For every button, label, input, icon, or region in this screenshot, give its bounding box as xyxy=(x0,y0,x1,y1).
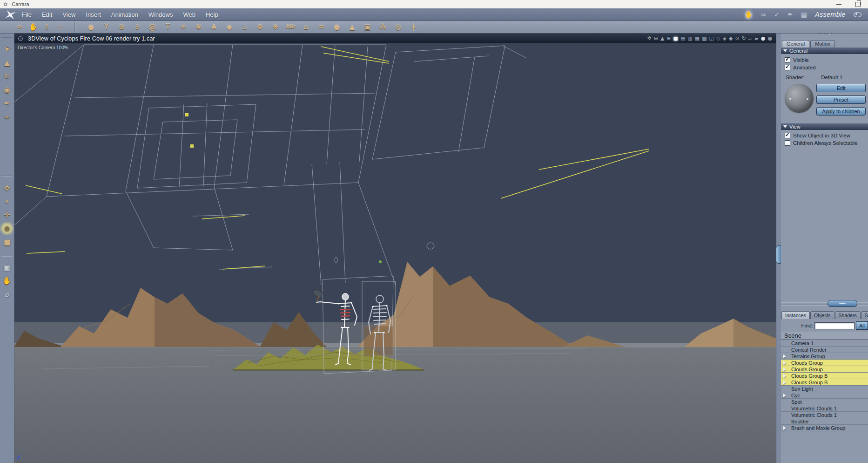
split-horizontal-layout-icon[interactable]: ▤ xyxy=(680,34,685,43)
cloud-object-icon[interactable]: ❁ xyxy=(255,21,265,33)
scene-list-item[interactable]: Clouds Group B xyxy=(781,379,868,386)
solid-cube-icon[interactable]: ▰ xyxy=(754,34,758,43)
checkbox[interactable] xyxy=(785,65,790,70)
menu-edit[interactable]: Edit xyxy=(37,11,57,18)
menu-file[interactable]: File xyxy=(17,11,37,18)
section-header-view[interactable]: View xyxy=(781,123,868,130)
menu-view[interactable]: View xyxy=(57,11,81,18)
disclosure-arrow-icon[interactable] xyxy=(783,426,786,430)
scene-list-item[interactable]: Clouds Group B xyxy=(781,373,868,379)
rotate-tool-icon[interactable]: ↻ xyxy=(0,69,14,83)
show-object-checkbox[interactable]: Show Object in 3D View xyxy=(785,132,858,138)
terrain-preview-icon[interactable]: ▲ xyxy=(660,34,664,43)
film-mode-icon[interactable]: ▤ xyxy=(801,8,807,20)
select-arrow-tool-icon[interactable]: ➤ xyxy=(0,42,14,56)
grid-4-layout-icon[interactable]: ▦ xyxy=(695,34,700,43)
tab-shaders[interactable]: Shaders xyxy=(835,311,861,319)
viewport-collapse-dot[interactable] xyxy=(18,36,23,41)
menu-web[interactable]: Web xyxy=(178,11,201,18)
single-pane-layout-icon[interactable]: ■ xyxy=(673,34,678,43)
tab-sounds[interactable]: Sounds xyxy=(861,311,868,319)
disclosure-arrow-icon[interactable] xyxy=(783,381,786,384)
disclosure-arrow-icon[interactable] xyxy=(783,354,786,358)
hierarchy-toggle-icon[interactable]: ⊟ xyxy=(654,34,658,43)
rock-object-icon[interactable]: ◆ xyxy=(224,21,234,33)
orbit-up-icon[interactable]: ⊙ xyxy=(735,34,739,43)
tab-general[interactable]: General xyxy=(782,40,809,48)
tab-motion[interactable]: Motion xyxy=(810,40,835,48)
vertex-object-icon[interactable]: Y xyxy=(101,21,111,33)
scene-list-item[interactable]: Camera 1 xyxy=(781,340,868,347)
camera-tool-icon[interactable]: ▣ xyxy=(0,260,14,274)
ring-disc-tool-icon[interactable]: ◉ xyxy=(0,83,14,96)
split-1-2-layout-icon[interactable]: ▥ xyxy=(687,34,692,43)
eye-icon[interactable] xyxy=(854,12,861,17)
bone-wrench-tool-icon[interactable]: ✑ xyxy=(15,21,25,33)
viewport-3d[interactable]: Director's Camera 100% xyxy=(14,43,776,463)
rotate-view-icon[interactable]: ↻ xyxy=(742,34,746,43)
pen-mode-icon[interactable]: ✒ xyxy=(787,8,793,20)
visible-checkbox[interactable]: Visible xyxy=(785,57,816,63)
scene-header[interactable]: Scene xyxy=(781,332,868,340)
checkbox[interactable] xyxy=(785,57,790,63)
scene-list-item[interactable]: Clouds Group xyxy=(781,366,868,373)
disclosure-arrow-icon[interactable] xyxy=(783,394,786,397)
shaded-sphere-dark-icon[interactable]: ● xyxy=(767,34,772,43)
pan-hand-icon[interactable]: ✋ xyxy=(745,8,753,20)
preset-button[interactable]: Preset xyxy=(816,95,866,104)
menu-help[interactable]: Help xyxy=(201,11,223,18)
shield-grid-view-icon[interactable]: ◇ xyxy=(716,34,720,43)
disclosure-arrow-icon[interactable] xyxy=(783,374,786,378)
spiral-object-icon[interactable]: @ xyxy=(148,21,157,33)
metaball-icon[interactable]: ❃ xyxy=(194,21,203,33)
shader-preview-sphere[interactable] xyxy=(785,84,814,113)
point-tool-icon[interactable]: ☞ xyxy=(55,21,65,33)
scene-list-item[interactable]: Volumetric Clouds 1 xyxy=(781,405,868,412)
tab-instances[interactable]: Instances xyxy=(781,311,810,319)
disclosure-arrow-icon[interactable] xyxy=(783,361,786,365)
animated-checkbox[interactable]: Animated xyxy=(785,64,816,70)
grid-4b-layout-icon[interactable]: ▩ xyxy=(702,34,707,43)
fountain-object-icon[interactable]: ❋ xyxy=(270,21,280,33)
gesture-tool-icon[interactable]: ✌ xyxy=(42,21,52,33)
apply-to-children-button[interactable]: Apply to children xyxy=(816,107,866,116)
scene-list-item[interactable]: Boulder xyxy=(781,418,868,425)
edit-button[interactable]: Edit xyxy=(816,84,866,92)
spotlight-object-icon[interactable]: ▲ xyxy=(347,21,357,33)
checkbox[interactable] xyxy=(785,140,790,146)
scene-list-item[interactable]: Brash and Moxie Group xyxy=(781,425,868,431)
tab-objects[interactable]: Objects xyxy=(810,311,834,319)
building-object-icon[interactable]: ⌂ xyxy=(301,21,311,33)
atmosphere-agr-icon[interactable]: AGr xyxy=(286,21,296,33)
pan-view-tool-icon[interactable]: ✋ xyxy=(0,274,14,287)
section-header-general[interactable]: General xyxy=(781,48,868,54)
wireframe-cube-icon[interactable]: ▱ xyxy=(748,34,752,43)
find-all-button[interactable]: All xyxy=(856,321,868,330)
minimize-button[interactable] xyxy=(836,4,841,5)
scene-list-item[interactable]: Terrains Group xyxy=(781,353,868,360)
vertex-mode-icon[interactable]: ✓ xyxy=(774,8,780,20)
scene-list-item[interactable]: Conical Render xyxy=(781,347,868,353)
terrain-object-icon[interactable]: ♒ xyxy=(316,21,326,33)
duck-primitive-icon[interactable]: ∂ xyxy=(132,21,142,33)
menu-animation[interactable]: Animation xyxy=(106,11,143,18)
pen-knife-tool-icon[interactable]: ✒ xyxy=(0,96,14,110)
move-3d-tool-icon[interactable]: ✛ xyxy=(0,208,14,222)
mode-label[interactable]: Assemble xyxy=(815,11,846,18)
disclosure-arrow-icon[interactable] xyxy=(783,368,786,371)
zoom-tool-icon[interactable]: ⌀ xyxy=(0,287,14,301)
particle-ball-icon[interactable]: ✳ xyxy=(178,21,188,33)
scene-list-item[interactable]: Sun Light xyxy=(781,386,868,392)
shield-scene-view-icon[interactable]: ◆ xyxy=(729,34,733,43)
scene-list-item[interactable]: Spot xyxy=(781,399,868,405)
room-corner-tool-icon[interactable]: ■ xyxy=(0,235,14,249)
grab-tool-icon[interactable]: ✋ xyxy=(28,21,38,33)
menu-windows[interactable]: Windows xyxy=(143,11,178,18)
scene-list-item[interactable]: Clouds Group xyxy=(781,360,868,366)
move-tool-icon[interactable]: ✥ xyxy=(0,181,14,195)
checkbox[interactable] xyxy=(785,133,790,138)
scene-list-item[interactable]: Volumetric Clouds 1 xyxy=(781,412,868,418)
move-plane-tool-icon[interactable]: ⌖ xyxy=(0,195,14,208)
children-selectable-checkbox[interactable]: Children Always Selectable xyxy=(785,140,858,146)
pyramid-pointer-tool-icon[interactable]: ▲ xyxy=(0,56,14,69)
